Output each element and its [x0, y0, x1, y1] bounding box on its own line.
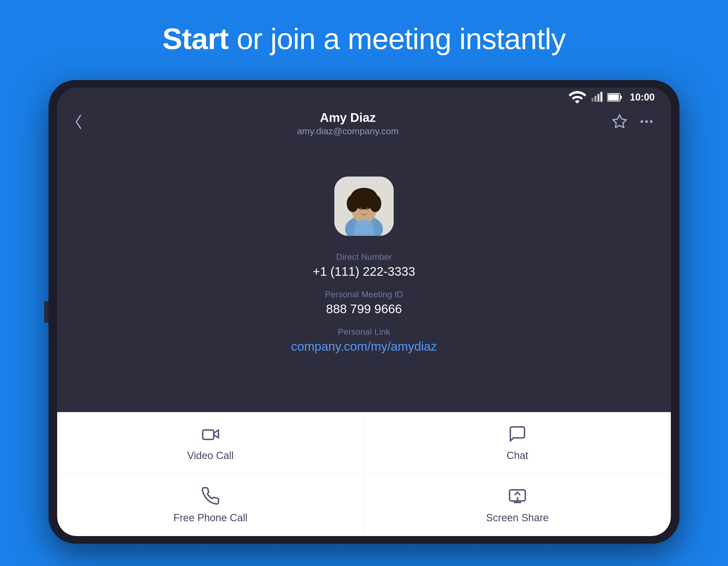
tablet-screen: 10:00 Amy Diaz amy.diaz@company.com [57, 88, 671, 536]
svg-rect-2 [597, 94, 599, 102]
svg-point-10 [650, 120, 653, 123]
tablet-device: 10:00 Amy Diaz amy.diaz@company.com [49, 80, 679, 544]
svg-rect-5 [620, 96, 622, 99]
svg-rect-1 [595, 96, 596, 102]
action-bar: Video Call Chat Free Phone Call [57, 412, 671, 536]
phone-icon [201, 487, 220, 507]
personal-link-section: Personal Link company.com/my/amydiaz [291, 327, 437, 353]
direct-number-section: Direct Number +1 (111) 222-3333 [313, 252, 415, 279]
video-camera-icon [201, 424, 220, 444]
contact-name-block: Amy Diaz amy.diaz@company.com [297, 110, 399, 136]
headline-bold: Start [162, 22, 229, 55]
header-actions [612, 114, 655, 133]
direct-number-label: Direct Number [313, 252, 415, 262]
more-options-icon[interactable] [638, 114, 655, 133]
headline-rest: or join a meeting instantly [229, 22, 566, 55]
svg-point-18 [352, 188, 376, 203]
status-bar: 10:00 [57, 88, 671, 107]
status-icons: 10:00 [568, 88, 655, 107]
status-time: 10:00 [630, 92, 655, 103]
direct-number-value: +1 (111) 222-3333 [313, 264, 415, 279]
main-content: Direct Number +1 (111) 222-3333 Personal… [57, 139, 671, 412]
contact-name: Amy Diaz [297, 110, 399, 125]
meeting-id-section: Personal Meeting ID 888 799 9666 [325, 289, 403, 316]
screen-share-button[interactable]: Screen Share [364, 474, 671, 536]
svg-point-19 [359, 207, 362, 210]
personal-link-value[interactable]: company.com/my/amydiaz [291, 339, 437, 353]
free-phone-call-button[interactable]: Free Phone Call [57, 474, 364, 536]
svg-point-20 [366, 207, 369, 210]
contact-header: Amy Diaz amy.diaz@company.com [57, 107, 671, 139]
svg-point-9 [645, 120, 648, 123]
wifi-icon [568, 88, 587, 107]
screen-share-label: Screen Share [486, 512, 549, 524]
battery-icon [607, 91, 622, 103]
screen-share-icon [508, 487, 527, 507]
svg-rect-21 [202, 430, 214, 439]
svg-marker-7 [613, 115, 626, 128]
back-button[interactable] [73, 112, 84, 134]
svg-rect-0 [592, 98, 593, 102]
personal-link-label: Personal Link [291, 327, 437, 337]
video-call-label: Video Call [187, 450, 234, 461]
favorite-star-icon[interactable] [612, 114, 628, 133]
svg-point-8 [641, 120, 643, 123]
chat-icon [508, 424, 527, 444]
headline: Start or join a meeting instantly [162, 22, 566, 56]
svg-rect-6 [608, 94, 619, 100]
video-call-button[interactable]: Video Call [57, 412, 364, 474]
chat-label: Chat [507, 450, 528, 461]
svg-rect-3 [600, 92, 602, 102]
free-phone-call-label: Free Phone Call [173, 512, 248, 524]
tablet-side-button [44, 301, 49, 322]
avatar [334, 177, 394, 236]
meeting-id-value: 888 799 9666 [325, 301, 403, 316]
meeting-id-label: Personal Meeting ID [325, 289, 403, 299]
signal-icon [591, 91, 603, 103]
contact-email: amy.diaz@company.com [297, 126, 399, 136]
chat-button[interactable]: Chat [364, 412, 671, 474]
